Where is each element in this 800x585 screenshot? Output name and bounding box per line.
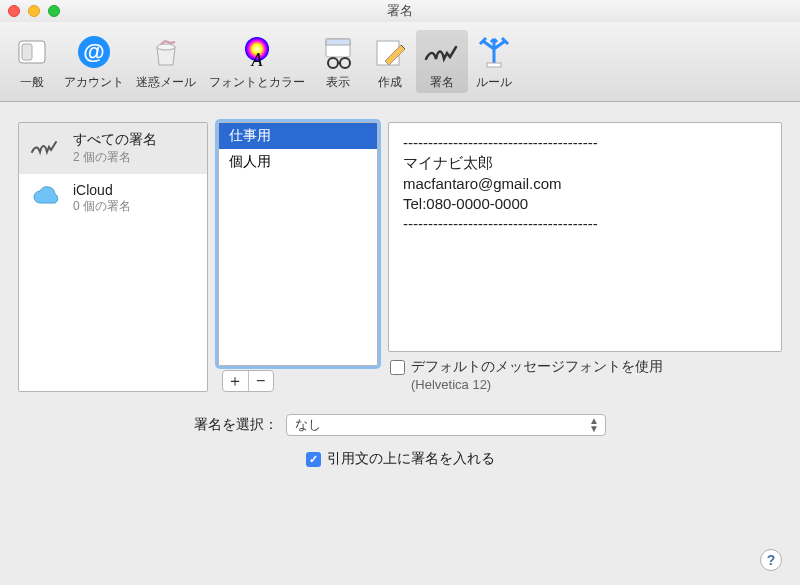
svg-rect-13 bbox=[487, 63, 501, 67]
svg-point-4 bbox=[157, 44, 175, 50]
add-remove-controls: ＋ − bbox=[222, 370, 274, 392]
tab-general[interactable]: 一般 bbox=[6, 30, 58, 93]
switch-icon bbox=[12, 32, 52, 72]
default-font-sub: (Helvetica 12) bbox=[411, 377, 663, 392]
account-icloud[interactable]: iCloud 0 個の署名 bbox=[19, 174, 207, 223]
remove-signature-button[interactable]: − bbox=[249, 371, 274, 391]
select-value: なし bbox=[295, 416, 321, 434]
chevron-updown-icon: ▲▼ bbox=[589, 417, 599, 433]
help-button[interactable]: ? bbox=[760, 549, 782, 571]
default-font-checkbox[interactable] bbox=[390, 360, 405, 375]
account-subtitle: 2 個の署名 bbox=[73, 149, 157, 166]
account-title: すべての署名 bbox=[73, 131, 157, 149]
svg-point-9 bbox=[328, 58, 338, 68]
tab-composing[interactable]: 作成 bbox=[364, 30, 416, 93]
quote-checkbox[interactable] bbox=[306, 452, 321, 467]
svg-text:A: A bbox=[251, 50, 264, 70]
titlebar: 署名 bbox=[0, 0, 800, 22]
svg-rect-8 bbox=[326, 39, 350, 45]
signature-item-personal[interactable]: 個人用 bbox=[219, 149, 377, 175]
account-all-signatures[interactable]: すべての署名 2 個の署名 bbox=[19, 123, 207, 174]
svg-point-10 bbox=[340, 58, 350, 68]
account-subtitle: 0 個の署名 bbox=[73, 198, 131, 215]
signature-icon bbox=[422, 32, 462, 72]
signature-item-work[interactable]: 仕事用 bbox=[219, 123, 377, 149]
choose-signature-label: 署名を選択： bbox=[194, 416, 278, 434]
svg-text:@: @ bbox=[83, 39, 104, 64]
trash-icon bbox=[146, 32, 186, 72]
tab-fonts-colors[interactable]: A フォントとカラー bbox=[202, 30, 312, 93]
signature-list[interactable]: 仕事用 個人用 bbox=[218, 122, 378, 366]
tab-viewing[interactable]: 表示 bbox=[312, 30, 364, 93]
compose-icon bbox=[370, 32, 410, 72]
font-color-icon: A bbox=[237, 32, 277, 72]
default-font-row: デフォルトのメッセージフォントを使用 (Helvetica 12) bbox=[388, 358, 782, 392]
at-icon: @ bbox=[74, 32, 114, 72]
toolbar: 一般 @ アカウント 迷惑メール A フォントとカラー 表示 作成 署名 bbox=[0, 22, 800, 102]
content-area: すべての署名 2 個の署名 iCloud 0 個の署名 仕事用 個人用 ＋ bbox=[0, 102, 800, 480]
accounts-list[interactable]: すべての署名 2 個の署名 iCloud 0 個の署名 bbox=[18, 122, 208, 392]
quote-label: 引用文の上に署名を入れる bbox=[327, 450, 495, 468]
account-title: iCloud bbox=[73, 182, 131, 198]
signature-preview[interactable]: --------------------------------------- … bbox=[388, 122, 782, 352]
choose-signature-row: 署名を選択： なし ▲▼ bbox=[194, 414, 606, 436]
svg-rect-1 bbox=[22, 44, 32, 60]
default-font-label: デフォルトのメッセージフォントを使用 bbox=[411, 358, 663, 374]
window-title: 署名 bbox=[0, 2, 800, 20]
tab-accounts[interactable]: @ アカウント bbox=[58, 30, 130, 93]
quote-row: 引用文の上に署名を入れる bbox=[306, 450, 495, 468]
glasses-icon bbox=[318, 32, 358, 72]
add-signature-button[interactable]: ＋ bbox=[223, 371, 249, 391]
icloud-icon bbox=[29, 182, 65, 212]
tab-junk[interactable]: 迷惑メール bbox=[130, 30, 202, 93]
tab-rules[interactable]: ルール bbox=[468, 30, 520, 93]
tab-signatures[interactable]: 署名 bbox=[416, 30, 468, 93]
choose-signature-select[interactable]: なし ▲▼ bbox=[286, 414, 606, 436]
signature-icon bbox=[29, 131, 65, 161]
rules-icon bbox=[474, 32, 514, 72]
